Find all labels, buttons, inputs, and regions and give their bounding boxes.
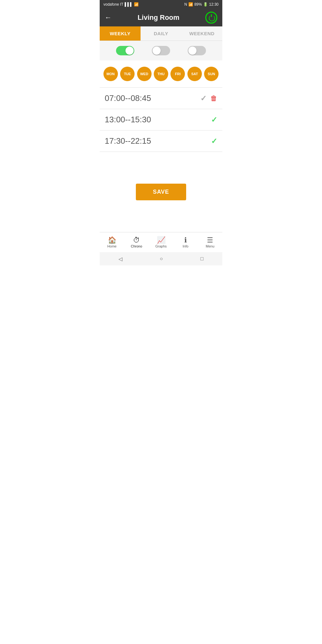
power-button[interactable]	[205, 12, 217, 24]
nav-home-label: Home	[107, 244, 116, 248]
status-left: vodafone IT ▌▌▌ 📶	[103, 2, 139, 7]
nav-chrono[interactable]: ⏱ Chrono	[124, 232, 149, 252]
tab-weekend[interactable]: WEEKEND	[181, 26, 222, 41]
android-back[interactable]: ◁	[119, 256, 122, 262]
slot-2-actions: ✓	[211, 115, 217, 124]
status-right: N 📶 89% 🔋 12:30	[184, 2, 219, 7]
time-slots: 07:00--08:45 ✓ 🗑 13:00--15:30 ✓ 17:30--2…	[100, 88, 222, 175]
spacer	[100, 209, 222, 232]
nav-chrono-label: Chrono	[131, 244, 142, 248]
day-fri[interactable]: FRI	[170, 67, 185, 81]
day-tue[interactable]: TUE	[120, 67, 135, 81]
bottom-nav: 🏠 Home ⏱ Chrono 📈 Graphs ℹ Info ☰ Menu	[100, 232, 222, 252]
nav-info[interactable]: ℹ Info	[173, 232, 198, 252]
chrono-icon: ⏱	[133, 237, 140, 244]
toggles-row	[100, 41, 222, 60]
check-icon-2[interactable]: ✓	[211, 115, 217, 124]
carrier-label: vodafone IT	[103, 2, 123, 7]
home-icon: 🏠	[108, 237, 116, 244]
toggle-weekend[interactable]	[188, 46, 206, 55]
toggle-weekly-thumb	[125, 47, 134, 55]
tab-selector: WEEKLY DAILY WEEKEND	[100, 26, 222, 41]
time-slot-3[interactable]: 17:30--22:15 ✓	[100, 130, 222, 152]
bluetooth-icon: 📶	[188, 2, 193, 7]
day-wed[interactable]: WED	[137, 67, 152, 81]
android-home[interactable]: ○	[160, 256, 163, 262]
android-nav: ◁ ○ □	[100, 252, 222, 265]
nav-home[interactable]: 🏠 Home	[100, 232, 124, 252]
toggle-daily-container	[143, 46, 179, 55]
day-thu[interactable]: THU	[154, 67, 168, 81]
n-icon: N	[184, 2, 187, 7]
clock-label: 12:30	[209, 2, 219, 7]
day-mon[interactable]: MON	[103, 67, 118, 81]
time-slot-3-text: 17:30--22:15	[105, 136, 211, 146]
android-recent[interactable]: □	[201, 256, 204, 262]
battery-icon: 🔋	[203, 2, 208, 7]
back-button[interactable]: ←	[105, 14, 112, 22]
nav-graphs-label: Graphs	[155, 244, 167, 248]
power-icon	[208, 14, 215, 21]
save-section: SAVE	[100, 175, 222, 209]
slot-1-actions: ✓ 🗑	[200, 94, 217, 103]
slot-3-actions: ✓	[211, 137, 217, 146]
toggle-weekend-container	[179, 46, 215, 55]
day-sun[interactable]: SUN	[204, 67, 219, 81]
toggle-weekly[interactable]	[116, 46, 134, 55]
menu-icon: ☰	[207, 237, 213, 244]
nav-menu[interactable]: ☰ Menu	[198, 232, 222, 252]
time-slot-1[interactable]: 07:00--08:45 ✓ 🗑	[100, 88, 222, 109]
days-row: MON TUE WED THU FRI SAT SUN	[100, 60, 222, 87]
status-bar: vodafone IT ▌▌▌ 📶 N 📶 89% 🔋 12:30	[100, 0, 222, 9]
day-sat[interactable]: SAT	[187, 67, 202, 81]
time-slot-2[interactable]: 13:00--15:30 ✓	[100, 109, 222, 130]
top-bar: ← Living Room	[100, 9, 222, 26]
toggle-weekly-container	[107, 46, 143, 55]
nav-graphs[interactable]: 📈 Graphs	[149, 232, 173, 252]
wifi-icon: 📶	[134, 2, 139, 7]
toggle-weekend-thumb	[188, 47, 197, 55]
toggle-daily-thumb	[153, 47, 161, 55]
signal-icon: ▌▌▌	[125, 2, 133, 7]
nav-info-label: Info	[183, 244, 188, 248]
time-slot-1-text: 07:00--08:45	[105, 93, 200, 103]
tab-daily[interactable]: DAILY	[141, 26, 181, 41]
page-title: Living Room	[137, 14, 179, 22]
check-icon-1[interactable]: ✓	[200, 94, 207, 103]
info-icon: ℹ	[184, 237, 187, 244]
battery-label: 89%	[194, 2, 202, 7]
trash-icon-1[interactable]: 🗑	[210, 94, 217, 103]
nav-menu-label: Menu	[206, 244, 214, 248]
tab-weekly[interactable]: WEEKLY	[100, 26, 141, 41]
save-button[interactable]: SAVE	[136, 184, 186, 200]
toggle-daily[interactable]	[152, 46, 170, 55]
time-slot-2-text: 13:00--15:30	[105, 115, 211, 125]
check-icon-3[interactable]: ✓	[211, 137, 217, 146]
graphs-icon: 📈	[157, 237, 165, 244]
